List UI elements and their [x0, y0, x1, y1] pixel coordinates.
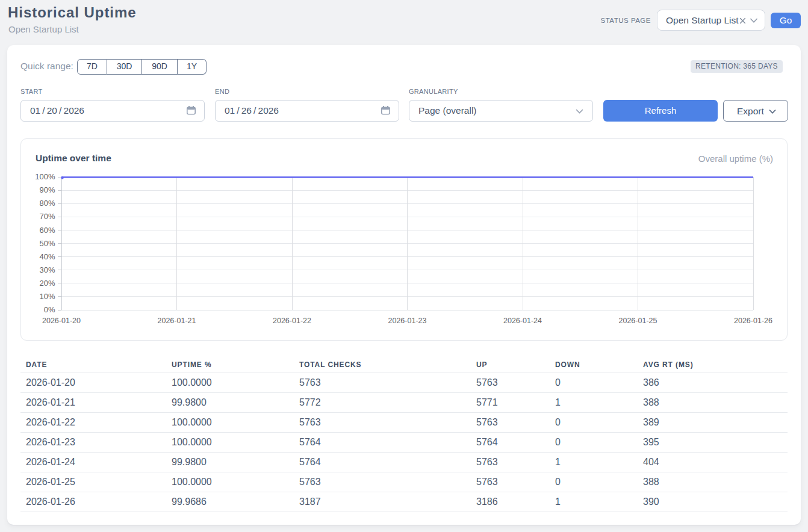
- svg-text:2026-01-22: 2026-01-22: [273, 317, 311, 325]
- svg-text:10%: 10%: [39, 292, 55, 301]
- svg-text:2026-01-24: 2026-01-24: [503, 317, 542, 325]
- svg-text:2026-01-20: 2026-01-20: [42, 317, 81, 325]
- svg-text:30%: 30%: [39, 265, 55, 274]
- svg-text:40%: 40%: [39, 252, 55, 261]
- svg-text:70%: 70%: [39, 212, 55, 221]
- svg-text:50%: 50%: [39, 239, 55, 248]
- svg-text:0%: 0%: [44, 305, 55, 314]
- svg-text:90%: 90%: [39, 185, 55, 194]
- svg-text:100%: 100%: [35, 172, 55, 181]
- svg-text:2026-01-21: 2026-01-21: [158, 317, 196, 325]
- svg-text:80%: 80%: [39, 199, 55, 208]
- svg-text:2026-01-25: 2026-01-25: [619, 317, 657, 325]
- svg-text:2026-01-23: 2026-01-23: [388, 317, 427, 325]
- svg-text:2026-01-26: 2026-01-26: [734, 317, 772, 325]
- svg-text:20%: 20%: [39, 279, 55, 288]
- svg-text:60%: 60%: [39, 226, 55, 235]
